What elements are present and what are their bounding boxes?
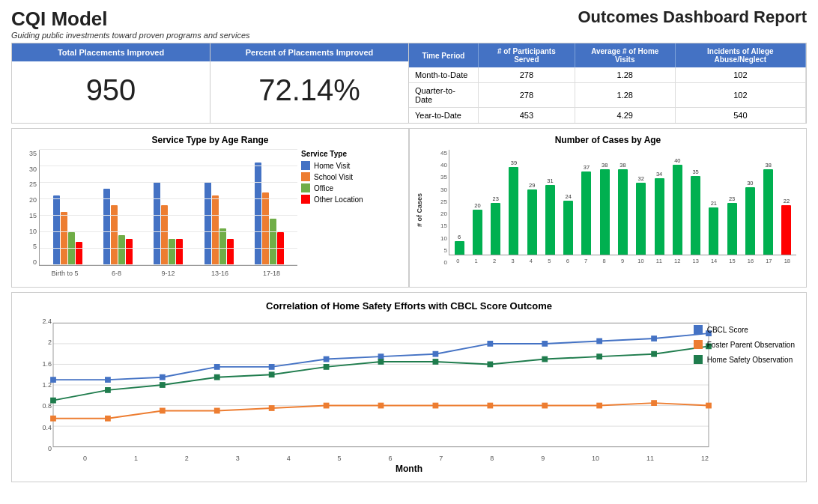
svg-rect-23	[160, 408, 166, 414]
svg-rect-14	[378, 353, 384, 359]
report-title: Outcomes Dashboard Report	[578, 7, 807, 27]
x-axis-title: Month	[19, 464, 799, 474]
svg-rect-12	[269, 364, 275, 370]
correlation-title: Correlation of Home Safety Efforts with …	[19, 300, 799, 312]
svg-rect-29	[487, 403, 493, 409]
total-placements-header: Total Placements Improved	[12, 43, 210, 61]
service-x-labels: Birth to 56-89-1213-1617-18	[39, 266, 297, 281]
svg-rect-16	[487, 341, 493, 347]
svg-rect-10	[160, 374, 166, 380]
svg-rect-35	[105, 387, 111, 393]
charts-section: Service Type by Age Range 05101520253035…	[11, 128, 807, 288]
svg-rect-19	[651, 336, 657, 341]
svg-rect-17	[542, 341, 548, 347]
percent-placements-header: Percent of Placements Improved	[210, 43, 408, 61]
table-cell: 1.28	[575, 83, 675, 108]
svg-rect-22	[105, 416, 111, 422]
cases-y-axis-label: # of Cases	[416, 157, 423, 262]
svg-rect-45	[651, 351, 657, 357]
svg-rect-18	[596, 338, 602, 344]
service-bars-area	[39, 150, 297, 266]
page: CQI Model Guiding public investments tow…	[0, 0, 818, 490]
table-cell: 1.28	[575, 67, 675, 83]
header: CQI Model Guiding public investments tow…	[11, 7, 807, 40]
table-cell: 278	[478, 67, 575, 83]
line-chart-area: 00.40.81.21.622.4 CBCL ScoreFoster Paren…	[53, 318, 709, 452]
total-placements-box: Total Placements Improved 950	[12, 43, 210, 123]
legend-item: CBCL Score	[694, 325, 795, 334]
stats-left: Total Placements Improved 950 Percent of…	[12, 43, 409, 123]
svg-rect-38	[269, 371, 275, 377]
svg-rect-32	[651, 400, 657, 406]
table-cell: 540	[675, 108, 805, 124]
title-right: Outcomes Dashboard Report	[578, 7, 807, 27]
svg-rect-24	[214, 408, 220, 414]
service-type-title: Service Type by Age Range	[18, 135, 402, 145]
svg-rect-30	[542, 403, 548, 409]
svg-rect-9	[105, 377, 111, 383]
svg-rect-39	[324, 364, 330, 370]
table-cell: Year-to-Date	[409, 108, 478, 124]
title-left: CQI Model Guiding public investments tow…	[11, 7, 250, 40]
col-participants: # of Participants Served	[478, 43, 575, 67]
svg-rect-25	[269, 405, 275, 411]
service-y-axis: 05101520253035	[18, 150, 39, 266]
cases-chart-area: 051015202530354045 620233929312437383832…	[432, 150, 796, 266]
svg-rect-11	[214, 364, 220, 370]
svg-rect-28	[433, 403, 439, 409]
correlation-legend: CBCL ScoreFoster Parent ObservationHome …	[694, 325, 795, 370]
svg-rect-40	[378, 359, 384, 365]
cases-title: Number of Cases by Age	[416, 135, 800, 145]
percent-placements-value: 72.14%	[210, 61, 408, 119]
table-cell: Month-to-Date	[409, 67, 478, 83]
svg-rect-42	[487, 362, 493, 368]
metrics-table: Time Period # of Participants Served Ave…	[409, 43, 806, 123]
cases-by-age-chart: Number of Cases by Age # of Cases 051015…	[409, 128, 807, 288]
svg-rect-31	[596, 403, 602, 409]
stats-section: Total Placements Improved 950 Percent of…	[11, 43, 807, 124]
svg-rect-33	[706, 403, 712, 409]
table-cell: 4.29	[575, 108, 675, 124]
subtitle: Guiding public investments toward proven…	[11, 31, 250, 40]
svg-rect-26	[324, 403, 330, 409]
table-cell: 278	[478, 83, 575, 108]
legend-item: Foster Parent Observation	[694, 340, 795, 349]
table-cell: 453	[478, 108, 575, 124]
svg-rect-13	[324, 356, 330, 362]
legend-item: Home Safety Observation	[694, 355, 795, 364]
percent-placements-box: Percent of Placements Improved 72.14%	[210, 43, 408, 123]
svg-rect-41	[433, 359, 439, 365]
svg-rect-37	[214, 374, 220, 380]
total-placements-value: 950	[12, 61, 210, 119]
svg-rect-36	[160, 382, 166, 388]
main-title: CQI Model	[11, 7, 250, 31]
service-legend: Service TypeHome VisitSchool VisitOffice…	[301, 150, 402, 206]
col-home-visits: Average # of Home Visits	[575, 43, 675, 67]
col-incidents: Incidents of Allege Abuse/Neglect	[675, 43, 805, 67]
correlation-chart: Correlation of Home Safety Efforts with …	[11, 292, 807, 482]
svg-rect-44	[596, 353, 602, 359]
svg-rect-27	[378, 403, 384, 409]
svg-rect-43	[542, 356, 548, 362]
table-cell: Quarter-to-Date	[409, 83, 478, 108]
metrics-table-container: Time Period # of Participants Served Ave…	[409, 43, 806, 123]
table-cell: 102	[675, 83, 805, 108]
col-time-period: Time Period	[409, 43, 478, 67]
service-type-chart: Service Type by Age Range 05101520253035…	[11, 128, 409, 288]
table-cell: 102	[675, 67, 805, 83]
svg-rect-15	[433, 351, 439, 357]
